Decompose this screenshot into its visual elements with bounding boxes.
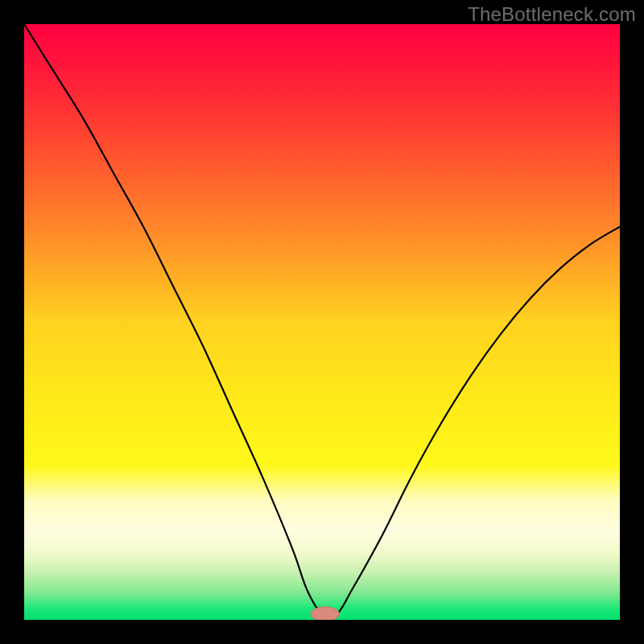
minimum-marker [311, 607, 340, 620]
chart-frame: TheBottleneck.com [0, 0, 644, 644]
bottleneck-chart [24, 24, 620, 620]
watermark-text: TheBottleneck.com [468, 3, 636, 26]
plot-area [24, 24, 620, 620]
gradient-background [24, 24, 620, 620]
